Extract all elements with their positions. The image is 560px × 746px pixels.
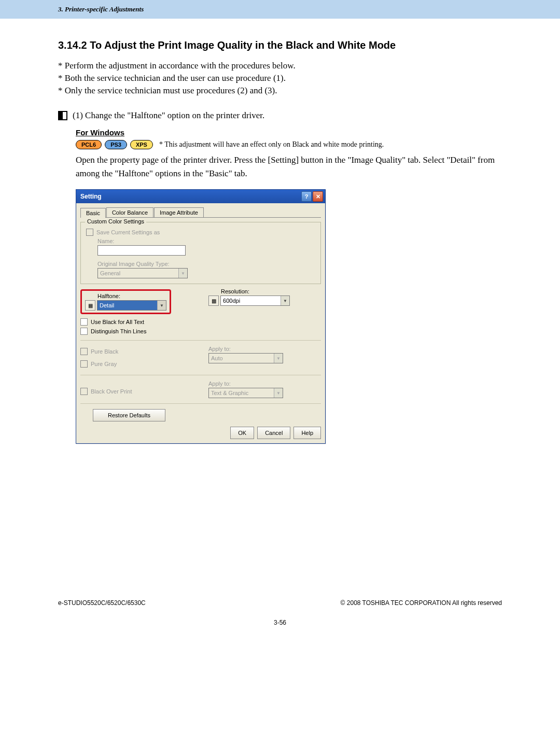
restore-defaults-button[interactable]: Restore Defaults (93, 409, 165, 421)
halftone-select[interactable]: Detail ▼ (97, 300, 166, 311)
step-1: (1) Change the "Halftone" option on the … (58, 110, 502, 121)
note-line: * Only the service technician must use p… (58, 86, 502, 96)
oiq-type-label: Original Image Quality Type: (97, 261, 315, 267)
section-title: 3.14.2 To Adjust the Print Image Quality… (58, 39, 502, 51)
step-1-text: (1) Change the "Halftone" option on the … (73, 110, 264, 121)
apply-to-select-1[interactable]: Auto ▼ (208, 353, 283, 363)
step-bullet-icon (58, 111, 67, 120)
black-overprint-label: Black Over Print (91, 388, 132, 395)
halftone-highlight: Halftone: ▦ Detail ▼ (80, 289, 171, 314)
name-input[interactable] (97, 245, 186, 256)
pure-gray-checkbox[interactable] (80, 360, 88, 368)
resolution-value: 600dpi (223, 298, 240, 304)
oiq-type-select[interactable]: General ▼ (97, 268, 188, 278)
apply-to-select-2[interactable]: Text & Graphic ▼ (208, 388, 283, 398)
pure-black-checkbox[interactable] (80, 348, 88, 355)
pure-gray-label: Pure Gray (91, 361, 117, 367)
tab-image-attribute[interactable]: Image Attribute (154, 207, 204, 217)
apply-to-label-1: Apply to: (208, 346, 321, 352)
custom-color-settings-group: Custom Color Settings Save Current Setti… (80, 222, 321, 284)
resolution-icon: ▩ (208, 295, 219, 306)
driver-badges: PCL6 PS3 XPS * This adjustment will have… (76, 140, 502, 149)
use-black-text-label: Use Black for All Text (91, 319, 144, 325)
page-header: 3. Printer-specific Adjustments (0, 0, 560, 19)
apply-to-value-2: Text & Graphic (211, 390, 248, 396)
windows-instructions: Open the property page of the printer dr… (76, 153, 502, 180)
oiq-type-value: General (100, 270, 120, 276)
dialog-titlebar: Setting ? ✕ (76, 190, 325, 203)
halftone-value: Detail (100, 302, 114, 308)
group-title: Custom Color Settings (85, 218, 146, 224)
note-line: * Perform the adjustment in accordance w… (58, 61, 502, 71)
badge-pcl6: PCL6 (76, 140, 102, 149)
dialog-tabs: Basic Color Balance Image Attribute (80, 207, 321, 218)
page-number: 3-56 (58, 619, 502, 626)
page-footer: e-STUDIO5520C/6520C/6530C © 2008 TOSHIBA… (58, 599, 502, 617)
pure-black-label: Pure Black (91, 348, 118, 355)
footer-model: e-STUDIO5520C/6520C/6530C (58, 599, 146, 607)
dialog-body: Basic Color Balance Image Attribute Cust… (76, 203, 325, 443)
chevron-down-icon: ▼ (281, 296, 289, 305)
chevron-down-icon: ▼ (274, 354, 283, 363)
badge-xps: XPS (130, 140, 153, 149)
footer-copyright: © 2008 TOSHIBA TEC CORPORATION All right… (341, 599, 502, 607)
save-settings-checkbox[interactable] (86, 229, 93, 236)
chevron-down-icon: ▼ (274, 388, 283, 398)
apply-to-value-1: Auto (211, 355, 223, 361)
dialog-bottom-buttons: OK Cancel Help (80, 427, 321, 439)
use-black-text-checkbox[interactable] (80, 318, 88, 326)
halftone-icon: ▦ (85, 300, 95, 311)
tab-basic[interactable]: Basic (80, 208, 106, 218)
breadcrumb: 3. Printer-specific Adjustments (0, 5, 560, 13)
page-body: 3.14.2 To Adjust the Print Image Quality… (0, 19, 560, 647)
help-button[interactable]: Help (293, 427, 321, 439)
distinguish-thin-lines-checkbox[interactable] (80, 328, 88, 335)
close-icon[interactable]: ✕ (313, 191, 323, 202)
halftone-resolution-row: Halftone: ▦ Detail ▼ Resolution: ▩ 600 (80, 288, 321, 314)
badge-note: * This adjustment will have an effect on… (159, 140, 384, 149)
for-windows-block: For Windows PCL6 PS3 XPS * This adjustme… (76, 128, 502, 444)
chevron-down-icon: ▼ (178, 269, 187, 278)
resolution-label: Resolution: (221, 288, 321, 294)
resolution-select[interactable]: 600dpi ▼ (220, 295, 290, 306)
badge-ps3: PS3 (105, 140, 127, 149)
halftone-label: Halftone: (97, 293, 166, 299)
note-line: * Both the service technician and the us… (58, 73, 502, 83)
help-icon[interactable]: ? (301, 191, 312, 202)
intro-notes: * Perform the adjustment in accordance w… (58, 61, 502, 96)
black-overprint-checkbox[interactable] (80, 388, 88, 395)
cancel-button[interactable]: Cancel (257, 427, 290, 439)
for-windows-title: For Windows (76, 128, 502, 137)
ok-button[interactable]: OK (230, 427, 254, 439)
tab-color-balance[interactable]: Color Balance (106, 207, 153, 217)
save-settings-label: Save Current Settings as (96, 229, 160, 235)
chevron-down-icon: ▼ (157, 301, 166, 310)
setting-dialog: Setting ? ✕ Basic Color Balance Image At… (76, 189, 326, 444)
dialog-title: Setting (80, 193, 102, 200)
name-label: Name: (97, 238, 315, 244)
apply-to-label-2: Apply to: (208, 381, 321, 387)
distinguish-thin-lines-label: Distinguish Thin Lines (91, 328, 146, 334)
